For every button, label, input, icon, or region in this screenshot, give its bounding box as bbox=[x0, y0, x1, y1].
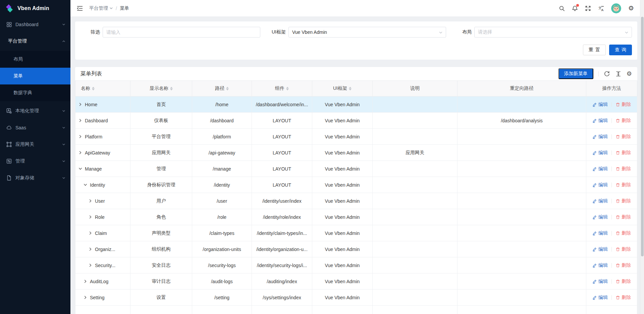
delete-button[interactable]: 删除 bbox=[615, 134, 631, 140]
cell-component: LAYOUT bbox=[252, 177, 312, 193]
expand-chevron-icon[interactable] bbox=[78, 167, 83, 171]
sidebar-fold-icon[interactable] bbox=[76, 5, 83, 12]
cell-display-name: 声明类型 bbox=[130, 225, 192, 241]
delete-button[interactable]: 删除 bbox=[615, 262, 631, 268]
row-height-icon[interactable] bbox=[615, 71, 622, 77]
edit-button[interactable]: 编辑 bbox=[592, 198, 608, 204]
sidebar-item-Saas[interactable]: Saas bbox=[0, 121, 70, 135]
edit-icon bbox=[592, 134, 597, 139]
edit-button[interactable]: 编辑 bbox=[592, 278, 608, 285]
delete-icon bbox=[615, 118, 620, 123]
expand-chevron-icon[interactable] bbox=[88, 263, 93, 267]
expand-chevron-icon[interactable] bbox=[88, 247, 93, 251]
add-menu-button[interactable]: 添加新菜单 bbox=[558, 68, 593, 79]
row-name: ApiGateway bbox=[85, 150, 110, 155]
search-icon[interactable] bbox=[559, 5, 565, 11]
sidebar-item-本地化管理[interactable]: 本地化管理 bbox=[0, 104, 70, 118]
column-label: 说明 bbox=[410, 85, 420, 91]
table-settings-gear-icon[interactable]: ⚙ bbox=[627, 71, 632, 77]
sidebar-submenu: 布局菜单数据字典 bbox=[0, 51, 70, 101]
settings-gear-icon[interactable]: ⚙ bbox=[628, 5, 634, 11]
row-name: AuditLog bbox=[90, 279, 108, 284]
delete-button[interactable]: 删除 bbox=[615, 246, 631, 252]
user-avatar[interactable] bbox=[611, 3, 621, 13]
fullscreen-icon[interactable] bbox=[585, 5, 591, 11]
delete-button[interactable]: 删除 bbox=[615, 102, 631, 108]
delete-button[interactable]: 删除 bbox=[615, 295, 631, 301]
sidebar-item-对象存储[interactable]: 对象存储 bbox=[0, 171, 70, 185]
edit-button[interactable]: 编辑 bbox=[592, 214, 608, 220]
cell-name: Identity bbox=[75, 177, 130, 193]
sidebar-item-应用网关[interactable]: 应用网关 bbox=[0, 137, 70, 151]
breadcrumb-separator: / bbox=[116, 6, 117, 11]
empty-cell bbox=[458, 306, 586, 314]
expand-chevron-icon[interactable] bbox=[78, 118, 83, 123]
brand-logo[interactable]: Vben Admin bbox=[0, 0, 70, 17]
column-header-路径[interactable]: 路径 bbox=[192, 81, 252, 97]
app-layout: Vben Admin Dashboard平台管理布局菜单数据字典本地化管理Saa… bbox=[0, 0, 644, 314]
expand-chevron-icon[interactable] bbox=[83, 183, 88, 187]
column-header-名称[interactable]: 名称 bbox=[75, 81, 130, 97]
expand-chevron-icon[interactable] bbox=[83, 295, 88, 300]
translate-icon[interactable]: 文A bbox=[598, 5, 604, 11]
breadcrumb-parent[interactable]: 平台管理 bbox=[89, 5, 113, 11]
ui-framework-select[interactable]: Vue Vben Admin bbox=[288, 27, 446, 38]
edit-button[interactable]: 编辑 bbox=[592, 262, 608, 268]
delete-button[interactable]: 删除 bbox=[615, 214, 631, 220]
breadcrumb-parent-label: 平台管理 bbox=[89, 5, 108, 11]
edit-button[interactable]: 编辑 bbox=[592, 134, 608, 140]
refresh-icon[interactable] bbox=[604, 71, 610, 77]
delete-button[interactable]: 删除 bbox=[615, 150, 631, 156]
sidebar-item-菜单[interactable]: 菜单 bbox=[0, 68, 70, 84]
expand-chevron-icon[interactable] bbox=[88, 215, 93, 219]
cell-actions: 编辑删除 bbox=[586, 290, 637, 306]
file-icon bbox=[6, 175, 12, 181]
sidebar-group-平台管理[interactable]: 平台管理 bbox=[0, 34, 70, 48]
cell-path: /platform bbox=[192, 129, 252, 145]
expand-chevron-icon[interactable] bbox=[88, 231, 93, 235]
delete-button[interactable]: 删除 bbox=[615, 166, 631, 172]
edit-button[interactable]: 编辑 bbox=[592, 102, 608, 108]
edit-button[interactable]: 编辑 bbox=[592, 230, 608, 236]
delete-button[interactable]: 删除 bbox=[615, 118, 631, 124]
notification-bell-icon[interactable] bbox=[572, 5, 578, 11]
edit-button[interactable]: 编辑 bbox=[592, 150, 608, 156]
column-header-UI框架[interactable]: UI框架 bbox=[312, 81, 373, 97]
sidebar-item-布局[interactable]: 布局 bbox=[0, 51, 70, 68]
menu-table: 名称显示名称路径组件UI框架说明重定向路径操作方法 Home首页/home/da… bbox=[75, 80, 637, 314]
cell-ui-framework: Vue Vben Admin bbox=[312, 209, 373, 225]
delete-icon bbox=[615, 183, 620, 187]
sort-caret-icon bbox=[170, 87, 173, 90]
filter-card: 筛选 UI框架 Vue Vben Admin bbox=[75, 21, 637, 60]
layout-select[interactable]: 请选择 bbox=[474, 27, 632, 38]
keyword-input[interactable] bbox=[106, 29, 257, 35]
filter-keyword-input[interactable] bbox=[103, 27, 260, 38]
delete-button[interactable]: 删除 bbox=[615, 230, 631, 236]
expand-chevron-icon[interactable] bbox=[83, 279, 88, 284]
sidebar-item-数据字典[interactable]: 数据字典 bbox=[0, 84, 70, 101]
edit-button[interactable]: 编辑 bbox=[592, 295, 608, 301]
reset-button[interactable]: 重置 bbox=[583, 45, 606, 55]
query-button[interactable]: 查询 bbox=[609, 45, 632, 55]
delete-button[interactable]: 删除 bbox=[615, 198, 631, 204]
expand-chevron-icon[interactable] bbox=[78, 134, 83, 139]
delete-button[interactable]: 删除 bbox=[615, 182, 631, 188]
delete-button[interactable]: 删除 bbox=[615, 278, 631, 285]
row-name: Setting bbox=[90, 295, 105, 300]
edit-button[interactable]: 编辑 bbox=[592, 182, 608, 188]
column-label: UI框架 bbox=[333, 85, 347, 91]
expand-chevron-icon[interactable] bbox=[88, 199, 93, 203]
edit-button[interactable]: 编辑 bbox=[592, 118, 608, 124]
edit-icon bbox=[592, 215, 597, 219]
scrollbar-thumb[interactable] bbox=[641, 17, 644, 256]
edit-button[interactable]: 编辑 bbox=[592, 166, 608, 172]
row-name: Dashboard bbox=[85, 118, 108, 123]
column-header-显示名称[interactable]: 显示名称 bbox=[130, 81, 192, 97]
cell-ui-framework: Vue Vben Admin bbox=[312, 257, 373, 273]
sidebar-item-管理[interactable]: 管理 bbox=[0, 154, 70, 168]
sidebar-item-Dashboard[interactable]: Dashboard bbox=[0, 17, 70, 32]
expand-chevron-icon[interactable] bbox=[78, 150, 83, 155]
edit-button[interactable]: 编辑 bbox=[592, 246, 608, 252]
expand-chevron-icon[interactable] bbox=[78, 102, 83, 107]
column-header-组件[interactable]: 组件 bbox=[252, 81, 312, 97]
